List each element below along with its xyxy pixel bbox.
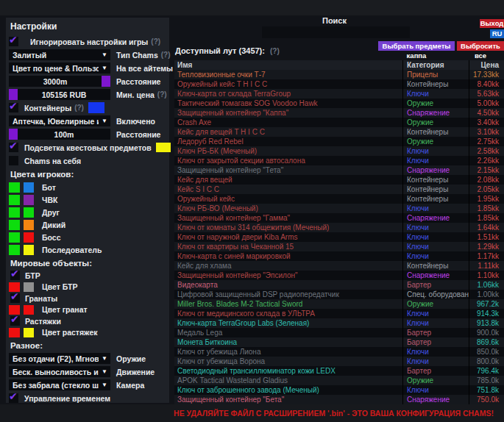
loot-row[interactable]: Ключ РБ-ВО (Меченый)Ключи1.85kk bbox=[174, 204, 504, 213]
loot-row[interactable]: Ключ РБ-БК (Меченый)Ключи2.58kk bbox=[174, 146, 504, 156]
color-swatch[interactable] bbox=[24, 232, 34, 243]
help-icon[interactable]: (?) bbox=[270, 47, 280, 55]
world-object-checkbox[interactable]: ✔ bbox=[10, 271, 20, 280]
color-swatch[interactable] bbox=[24, 207, 34, 218]
color-swatch[interactable] bbox=[9, 245, 20, 255]
world-object-checkbox[interactable]: ✔ bbox=[10, 316, 20, 326]
loot-row[interactable]: Ключ от закрытой секции автосалонаКлючи2… bbox=[174, 156, 504, 165]
loot-item-price: 2.15kk bbox=[469, 165, 504, 175]
loot-row[interactable]: Ключ-карта от склада TerraGroupКлючи5.63… bbox=[174, 89, 504, 99]
search-input[interactable] bbox=[262, 26, 410, 38]
column-header-name[interactable]: Имя bbox=[174, 60, 402, 70]
containers-distance-input[interactable]: 100m bbox=[18, 129, 110, 140]
dropdown-value: Цвет по цене & Пользователь bbox=[9, 64, 99, 73]
distance-input[interactable]: 3000m bbox=[9, 76, 102, 87]
color-swatch[interactable] bbox=[24, 182, 34, 193]
loot-item-name: Цифровой защищенный DSP радиопередатчик bbox=[174, 290, 402, 299]
loot-item-category: Снаряжение bbox=[402, 108, 469, 118]
loot-row[interactable]: Защищенный контейнер "Гамма"Снаряжение1.… bbox=[174, 213, 504, 223]
quest-highlight-checkbox[interactable]: ✔ bbox=[9, 143, 18, 152]
loot-row[interactable]: Ключ от убежища ЛионаКлючи850.0k bbox=[174, 347, 504, 357]
loot-row[interactable]: APOK Tactical Wasteland GladiusОружие785… bbox=[174, 376, 504, 385]
help-icon[interactable]: (?) bbox=[161, 51, 171, 59]
color-swatch[interactable] bbox=[156, 143, 171, 152]
loot-item-name: Ключ от квартиры на Чеканной 15 bbox=[174, 242, 402, 251]
loot-row[interactable]: Цифровой защищенный DSP радиопередатчикС… bbox=[174, 290, 504, 299]
color-swatch[interactable] bbox=[9, 220, 20, 230]
loot-row[interactable]: Ключ от наружной двери Kiba ArmsКлючи1.5… bbox=[174, 232, 504, 242]
color-swatch[interactable] bbox=[24, 195, 34, 205]
column-header-price[interactable]: Цена bbox=[469, 60, 504, 70]
color-swatch[interactable] bbox=[24, 220, 34, 230]
loot-row[interactable]: Монета БиткоинаБартер869.6k bbox=[174, 337, 504, 347]
loot-row[interactable]: Защищенный контейнер "Бета"Снаряжение750… bbox=[174, 395, 504, 404]
loot-row[interactable]: Ключ от квартиры на Чеканной 15Ключи1.29… bbox=[174, 242, 504, 251]
loot-row[interactable]: Светодиодный трансиллюминатор кожи LEDXБ… bbox=[174, 366, 504, 376]
loot-item-category: Оружие bbox=[402, 118, 469, 127]
loot-row[interactable]: Ключ от медицинского склада в УЛЬТРАКлюч… bbox=[174, 309, 504, 318]
color-swatch[interactable] bbox=[24, 305, 34, 315]
color-swatch[interactable] bbox=[9, 182, 20, 193]
help-icon[interactable]: (?) bbox=[151, 37, 160, 46]
world-object-label: БТР bbox=[25, 271, 40, 280]
setting-label: Включено bbox=[116, 117, 155, 126]
loot-row[interactable]: Защищенный контейнер "Каппа"Снаряжение4.… bbox=[174, 108, 504, 118]
loot-row[interactable]: Ледоруб Red RebelОружие2.75kk bbox=[174, 137, 504, 146]
ignore-game-checkbox[interactable]: ✔ bbox=[9, 37, 18, 46]
loot-row[interactable]: Кейс для вещейКонтейнеры2.08kk bbox=[174, 175, 504, 185]
loot-row[interactable]: Медаль LegaБартер900.0k bbox=[174, 328, 504, 337]
color-swatch[interactable] bbox=[24, 282, 34, 292]
color-swatch[interactable] bbox=[9, 195, 20, 205]
loot-row[interactable]: Защищенный контейнер "Тета"Снаряжение2.1… bbox=[174, 165, 504, 175]
min-price-input[interactable]: 105156 RUB bbox=[18, 89, 110, 100]
color-swatch[interactable] bbox=[9, 328, 20, 337]
color-swatch[interactable] bbox=[24, 328, 34, 337]
dropdown-value: Залитый bbox=[9, 51, 99, 60]
color-swatch[interactable] bbox=[102, 76, 110, 87]
loot-row[interactable]: Кейс для хламаКонтейнеры1.11kk bbox=[174, 261, 504, 271]
chams-type-dropdown[interactable]: Залитый ▼ bbox=[9, 49, 110, 60]
help-icon[interactable]: (?) bbox=[157, 90, 167, 99]
movement-dropdown[interactable]: Беск. выносливость и нет уста ▼ bbox=[9, 366, 110, 377]
loot-row[interactable]: Кейс S I C CКонтейнеры2.05kk bbox=[174, 185, 504, 194]
loot-row[interactable]: Ключ от заброшенного завода (Меченый)Клю… bbox=[174, 385, 504, 395]
world-object-checkbox[interactable]: ✔ bbox=[10, 293, 20, 303]
loot-row[interactable]: Ключ-карта TerraGroup Labs (Зеленая)Ключ… bbox=[174, 318, 504, 328]
loot-row[interactable]: Ключ от убежища ВоронаКлючи800.0k bbox=[174, 357, 504, 366]
loot-row[interactable]: Защищенный контейнер "Эпсилон"Снаряжение… bbox=[174, 271, 504, 280]
loot-row[interactable]: Кейс для вещей T H I C CКонтейнеры3.10kk bbox=[174, 127, 504, 137]
color-swatch[interactable] bbox=[9, 207, 20, 218]
help-icon[interactable]: (?) bbox=[74, 104, 84, 112]
loot-item-category: Снаряжение bbox=[402, 395, 469, 404]
select-kappa-button[interactable]: Выбрать предметы каппа bbox=[378, 41, 455, 51]
setting-label: Контейнеры bbox=[24, 104, 71, 112]
loot-row[interactable]: Ключ от комнаты 314 общежития (Меченый)К… bbox=[174, 223, 504, 232]
color-swatch[interactable] bbox=[9, 89, 18, 100]
time-control-checkbox[interactable]: ✔ bbox=[9, 393, 18, 403]
color-swatch[interactable] bbox=[24, 245, 34, 255]
weapon-dropdown[interactable]: Без отдачи (F2), Мгновенное п ▼ bbox=[9, 353, 110, 364]
loot-row[interactable]: Ключ-карта с синей маркировкойКлючи1.17k… bbox=[174, 251, 504, 261]
loot-row[interactable]: Оружейный кейсКонтейнеры1.95kk bbox=[174, 194, 504, 204]
loot-item-price: 1.00kk bbox=[469, 290, 504, 299]
world-objects-title: Мировые объекты: bbox=[10, 259, 166, 268]
loot-row[interactable]: Оружейный кейс T H I C CКонтейнеры8.40kk bbox=[174, 79, 504, 89]
loot-row[interactable]: Тепловизионные очки Т-7Прицелы17.33kk bbox=[174, 70, 504, 79]
loot-item-price: 2.75kk bbox=[469, 137, 504, 146]
containers-checkbox[interactable]: ✔ bbox=[9, 103, 18, 112]
language-button[interactable]: RU bbox=[490, 29, 504, 38]
all-items-dropdown[interactable]: Цвет по цене & Пользователь ▼ bbox=[9, 62, 110, 74]
self-chams-checkbox[interactable] bbox=[9, 156, 18, 165]
camera-dropdown[interactable]: Без забрала (стекло шлема) ▼ bbox=[9, 379, 110, 390]
exit-button[interactable]: Выход bbox=[480, 19, 504, 28]
column-header-category[interactable]: Категория bbox=[402, 60, 469, 70]
loot-row[interactable]: Тактический томагавк SOG Voodoo HawkОруж… bbox=[174, 99, 504, 108]
color-swatch[interactable] bbox=[9, 232, 20, 243]
loot-row[interactable]: Crash AxeОружие3.40kk bbox=[174, 118, 504, 127]
color-swatch[interactable] bbox=[9, 129, 18, 140]
drop-all-button[interactable]: Выбросить все bbox=[457, 41, 504, 51]
loot-row[interactable]: Miller Bros. Blades M-2 Tactical SwordОр… bbox=[174, 299, 504, 309]
containers-filter-dropdown[interactable]: Аптечка, Ювелирные и... ▼ bbox=[9, 115, 110, 126]
loot-row[interactable]: ВидеокартаБартер1.06kk bbox=[174, 280, 504, 290]
color-swatch[interactable] bbox=[88, 102, 104, 113]
